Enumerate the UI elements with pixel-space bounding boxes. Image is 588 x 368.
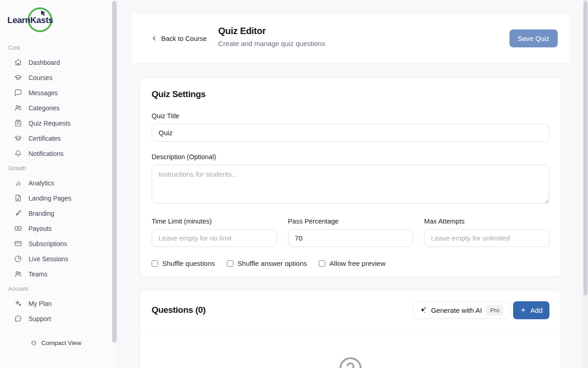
- pass-percentage-field: Pass Percentage: [288, 218, 413, 247]
- bell-icon: [14, 150, 22, 157]
- sidebar-item-courses[interactable]: Courses: [0, 70, 117, 85]
- sidebar-item-payouts[interactable]: Payouts: [0, 221, 117, 236]
- free-preview-label: Allow free preview: [329, 259, 385, 267]
- sidebar: LearnKasts Core Dashboard Courses Messag…: [0, 0, 118, 368]
- page-scrollbar-track[interactable]: [583, 0, 588, 368]
- page-title: Quiz Editor: [218, 26, 325, 36]
- logo[interactable]: LearnKasts: [0, 0, 117, 40]
- sidebar-item-label: Certificates: [28, 135, 61, 142]
- sidebar-item-categories[interactable]: Categories: [0, 100, 117, 115]
- page-scrollbar-thumb[interactable]: [583, 1, 588, 295]
- back-to-course-label: Back to Course: [161, 35, 207, 42]
- shuffle-questions-input[interactable]: [152, 260, 158, 267]
- free-preview-input[interactable]: [319, 260, 325, 267]
- sidebar-item-label: Landing Pages: [28, 195, 71, 202]
- sidebar-item-label: Live Sessions: [28, 255, 68, 263]
- sidebar-item-label: Subscriptions: [28, 240, 67, 247]
- quiz-options-row: Time Limit (minutes) Pass Percentage Max…: [152, 218, 549, 247]
- back-to-course-link[interactable]: Back to Course: [151, 14, 207, 63]
- sidebar-item-label: Analytics: [28, 179, 54, 187]
- questions-title: Questions (0): [152, 305, 206, 315]
- sidebar-item-live-sessions[interactable]: Live Sessions: [0, 251, 117, 266]
- shuffle-answers-checkbox[interactable]: Shuffle answer options: [227, 259, 307, 267]
- credit-card-icon: [14, 240, 22, 247]
- free-preview-checkbox[interactable]: Allow free preview: [319, 259, 385, 267]
- section-label-growth: Growth: [0, 161, 117, 175]
- shuffle-questions-checkbox[interactable]: Shuffle questions: [152, 259, 215, 267]
- sidebar-item-label: Dashboard: [28, 59, 60, 66]
- sidebar-item-label: Branding: [28, 210, 54, 217]
- users-icon: [14, 104, 22, 112]
- max-attempts-input[interactable]: [424, 229, 549, 247]
- sidebar-item-subscriptions[interactable]: Subscriptions: [0, 236, 117, 251]
- sidebar-item-label: Messages: [28, 89, 58, 97]
- file-text-icon: [14, 194, 22, 202]
- quiz-settings-title: Quiz Settings: [152, 89, 549, 99]
- generate-with-ai-label: Generate with AI: [431, 306, 482, 314]
- pie-chart-icon: [14, 255, 22, 263]
- sidebar-item-teams[interactable]: Teams: [0, 266, 117, 282]
- add-question-button[interactable]: Add: [513, 301, 549, 319]
- title-block: Quiz Editor Create and manage quiz quest…: [218, 26, 325, 47]
- ai-sparkle-icon: [419, 306, 427, 314]
- add-question-label: Add: [530, 306, 543, 314]
- banknote-icon: [14, 224, 22, 232]
- sidebar-item-label: Categories: [28, 104, 60, 112]
- shuffle-answers-input[interactable]: [227, 260, 233, 267]
- users-icon: [14, 270, 22, 278]
- sidebar-item-quiz-requests[interactable]: Quiz Requests: [0, 115, 117, 131]
- message-square-icon: [14, 89, 22, 97]
- plus-icon: [520, 307, 526, 313]
- sidebar-item-messages[interactable]: Messages: [0, 85, 117, 100]
- time-limit-field: Time Limit (minutes): [152, 218, 277, 247]
- clipboard-list-icon: [14, 119, 22, 127]
- logo-text: LearnKasts: [7, 15, 53, 25]
- shuffle-answers-label: Shuffle answer options: [237, 259, 307, 267]
- quiz-settings-card: Quiz Settings Quiz Title Description (Op…: [140, 77, 561, 277]
- pro-badge: Pro: [486, 305, 503, 316]
- pass-percentage-input[interactable]: [288, 229, 413, 247]
- minimize-icon: [30, 339, 37, 346]
- sidebar-item-landing-pages[interactable]: Landing Pages: [0, 190, 117, 206]
- description-textarea[interactable]: [152, 165, 549, 204]
- compact-view-toggle[interactable]: Compact View: [0, 339, 112, 346]
- sidebar-item-dashboard[interactable]: Dashboard: [0, 55, 117, 70]
- sidebar-item-notifications[interactable]: Notifications: [0, 146, 117, 161]
- pass-percentage-label: Pass Percentage: [288, 218, 413, 225]
- sparkles-icon: [14, 299, 22, 307]
- home-icon: [14, 58, 22, 66]
- save-quiz-button[interactable]: Save Quiz: [509, 29, 558, 47]
- page-subtitle: Create and manage quiz questions: [218, 40, 325, 47]
- sidebar-item-support[interactable]: Support: [0, 311, 117, 326]
- shuffle-questions-label: Shuffle questions: [162, 259, 215, 267]
- quiz-toggles-row: Shuffle questions Shuffle answer options…: [152, 259, 549, 267]
- sidebar-item-label: Courses: [28, 74, 52, 81]
- sidebar-item-label: Support: [28, 315, 51, 322]
- message-circle-icon: [14, 315, 22, 322]
- sidebar-item-analytics[interactable]: Analytics: [0, 175, 117, 190]
- chevron-left-icon: [151, 35, 158, 42]
- time-limit-label: Time Limit (minutes): [152, 218, 277, 225]
- compact-view-label: Compact View: [41, 339, 81, 346]
- sidebar-item-my-plan[interactable]: My Plan: [0, 296, 117, 311]
- max-attempts-field: Max Attempts: [424, 218, 549, 247]
- max-attempts-label: Max Attempts: [424, 218, 549, 225]
- quiz-title-input[interactable]: [152, 124, 549, 142]
- questions-header: Questions (0) Generate with AI Pro Add: [140, 290, 561, 330]
- main-content: Back to Course Quiz Editor Create and ma…: [118, 0, 588, 368]
- section-label-core: Core: [0, 40, 117, 55]
- sidebar-scrollbar[interactable]: [112, 1, 117, 343]
- time-limit-input[interactable]: [152, 229, 277, 247]
- sidebar-item-branding[interactable]: Branding: [0, 206, 117, 221]
- page-header: Back to Course Quiz Editor Create and ma…: [132, 14, 570, 63]
- help-circle-icon: [338, 356, 363, 368]
- description-label: Description (Optional): [152, 153, 549, 161]
- generate-with-ai-button[interactable]: Generate with AI Pro: [413, 301, 510, 319]
- questions-actions: Generate with AI Pro Add: [413, 301, 549, 319]
- quiz-title-label: Quiz Title: [152, 112, 549, 120]
- graduation-cap-icon: [14, 74, 22, 81]
- sidebar-item-label: Notifications: [28, 150, 63, 157]
- section-label-account: Account: [0, 282, 117, 296]
- sidebar-item-label: Quiz Requests: [28, 120, 71, 127]
- sidebar-item-certificates[interactable]: Certificates: [0, 131, 117, 146]
